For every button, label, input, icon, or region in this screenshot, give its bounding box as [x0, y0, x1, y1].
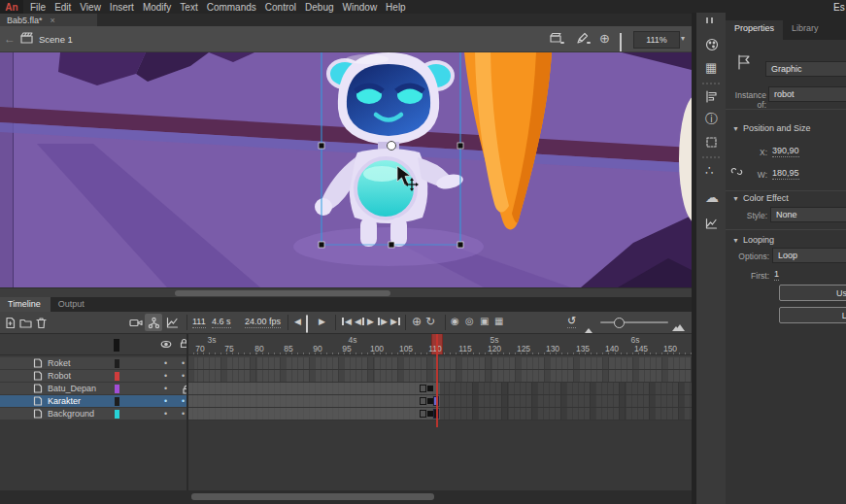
step-forward-button[interactable]: ▶ [378, 317, 388, 326]
menu-help[interactable]: Help [386, 2, 406, 13]
first-frame-value[interactable]: 1 [774, 269, 779, 281]
layer-parenting-icon[interactable] [148, 317, 160, 329]
reset-timeline-zoom-icon[interactable]: ↺ [567, 316, 576, 328]
lip-syncing-button[interactable]: Lip S [779, 307, 846, 323]
edit-multiple-frames-icon[interactable]: ▣ [480, 317, 489, 326]
stage-canvas[interactable] [0, 52, 692, 287]
layer-outline-color[interactable] [115, 397, 119, 406]
visibility-dot[interactable]: • [164, 396, 167, 406]
frame-track-batu-depan[interactable] [188, 383, 692, 395]
visibility-dot[interactable]: • [164, 358, 167, 368]
layer-frames-divider[interactable] [186, 334, 188, 490]
visibility-dot[interactable]: • [164, 409, 167, 419]
frames-grid[interactable] [188, 355, 692, 420]
new-folder-icon[interactable] [19, 317, 32, 329]
layer-outline-color[interactable] [115, 385, 119, 393]
menu-edit[interactable]: Edit [54, 2, 71, 13]
use-frame-picker-button[interactable]: Use Fra [779, 285, 846, 301]
x-value[interactable]: 390,90 [772, 146, 799, 157]
lock-dot[interactable]: • [182, 396, 185, 406]
disclosure-triangle-icon[interactable]: ▼ [732, 195, 739, 202]
menu-modify[interactable]: Modify [143, 2, 171, 13]
lock-dot[interactable]: • [182, 409, 185, 419]
color-panel-icon[interactable] [705, 38, 719, 51]
layer-row-batu-depan[interactable]: Batu_Depan • [0, 383, 186, 395]
info-panel-icon[interactable]: ⓘ [705, 113, 718, 125]
back-arrow-icon[interactable]: ← [4, 32, 16, 46]
section-position-size[interactable]: Position and Size [743, 123, 811, 133]
previous-frame-button[interactable]: ◀ [294, 317, 301, 326]
camera-icon[interactable] [129, 317, 143, 329]
cc-libraries-panel-icon[interactable]: ☁ [705, 190, 719, 204]
go-to-first-frame-button[interactable]: ◀ [342, 317, 352, 326]
elapsed-time-value[interactable]: 4.6 s [212, 317, 231, 328]
menu-file[interactable]: File [30, 2, 46, 13]
menu-control[interactable]: Control [265, 2, 296, 13]
menu-window[interactable]: Window [343, 2, 378, 13]
frame-span[interactable] [188, 383, 440, 394]
close-icon[interactable]: × [51, 16, 55, 25]
frame-track-karakter[interactable] [188, 395, 692, 408]
onion-skin-outlines-icon[interactable]: ◎ [465, 317, 474, 326]
zoom-dropdown-icon[interactable]: ▾ [681, 34, 685, 43]
frame-size-slider-knob[interactable] [614, 318, 625, 328]
history-chart-panel-icon[interactable] [705, 218, 718, 230]
center-playhead-icon[interactable]: ⊕ [412, 316, 422, 327]
layer-outline-color[interactable] [115, 410, 119, 419]
menu-debug[interactable]: Debug [305, 2, 333, 13]
empty-frames[interactable] [440, 395, 692, 407]
menu-insert[interactable]: Insert [110, 2, 134, 13]
tab-library[interactable]: Library [783, 20, 828, 40]
section-looping[interactable]: Looping [743, 235, 774, 245]
zoom-in-frames-icon[interactable] [672, 318, 685, 335]
menu-view[interactable]: View [80, 2, 101, 13]
loop-options-dropdown[interactable]: Loop [772, 248, 846, 263]
layer-row-karakter[interactable]: Karakter • • [0, 395, 186, 408]
current-frame-value[interactable]: 111 [192, 317, 206, 328]
document-tab[interactable]: Bab5.fla* × [0, 14, 97, 26]
graph-editor-icon[interactable] [166, 317, 179, 329]
workspace-switcher[interactable]: Es [833, 2, 845, 13]
menu-commands[interactable]: Commands [207, 2, 256, 13]
edit-symbols-icon[interactable] [576, 32, 591, 45]
frame-span[interactable] [188, 408, 440, 420]
disclosure-triangle-icon[interactable]: ▼ [732, 237, 739, 244]
layer-row-robot[interactable]: Robot • • [0, 370, 186, 383]
go-to-last-frame-button[interactable]: ▶ [390, 317, 400, 326]
clip-content-icon[interactable] [620, 34, 622, 51]
stage-zoom-input[interactable]: 111% [633, 31, 680, 49]
stage-hscroll-thumb[interactable] [175, 290, 390, 296]
step-back-button[interactable]: ◀ [355, 317, 364, 326]
collapse-dock-icon[interactable] [706, 17, 715, 23]
empty-frames[interactable] [440, 383, 692, 394]
timeline-horizontal-scrollbar[interactable] [0, 490, 692, 504]
center-frame-icon[interactable]: ⊕ [599, 31, 610, 46]
timeline-ruler[interactable]: 3s 4s 5s 6s 70 75 80 85 90 95 100 105 11… [188, 334, 692, 355]
transform-panel-icon[interactable] [705, 136, 718, 149]
frame-track-roket[interactable] [188, 357, 692, 370]
frame-rate-value[interactable]: 24.00 fps [245, 317, 281, 328]
frame-track-robot[interactable] [188, 370, 692, 383]
layer-row-roket[interactable]: Roket • • [0, 357, 186, 370]
play-button[interactable]: ▶ [367, 317, 374, 326]
delete-layer-icon[interactable] [35, 317, 48, 329]
frame-track-background[interactable] [188, 408, 692, 420]
lock-dot[interactable]: • [182, 371, 185, 381]
tab-properties[interactable]: Properties [726, 20, 783, 40]
menu-text[interactable]: Text [180, 2, 197, 13]
w-value[interactable]: 180,95 [772, 168, 799, 180]
edit-scene-icon[interactable] [550, 32, 564, 45]
new-layer-icon[interactable] [4, 317, 17, 329]
visibility-dot[interactable]: • [164, 384, 167, 393]
disclosure-triangle-icon[interactable]: ▼ [732, 125, 739, 132]
tab-timeline[interactable]: Timeline [0, 297, 51, 312]
motion-presets-panel-icon[interactable]: ∴ [705, 164, 713, 177]
instance-name-field[interactable]: robot [768, 86, 846, 102]
loop-playback-icon[interactable]: ↻ [425, 316, 435, 327]
symbol-type-dropdown[interactable]: Graphic [765, 61, 846, 77]
visibility-column-eye-icon[interactable] [160, 340, 172, 349]
transform-point[interactable] [388, 142, 396, 151]
layer-row-background[interactable]: Background • • [0, 408, 186, 420]
visibility-dot[interactable]: • [164, 371, 167, 381]
layer-outline-color[interactable] [115, 359, 119, 368]
